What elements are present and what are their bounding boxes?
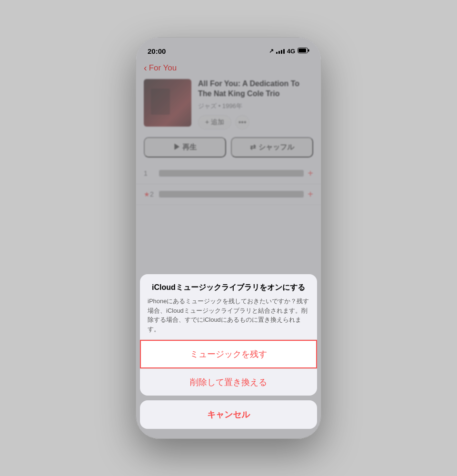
cancel-button[interactable]: キャンセル — [140, 400, 317, 429]
action-sheet-message: iPhoneにあるミュージックを残しておきたいですか？残す場合、iCloudミュ… — [148, 297, 309, 334]
keep-music-button[interactable]: ミュージックを残す — [140, 340, 317, 368]
action-sheet-container: iCloudミュージックライブラリをオンにする iPhoneにあるミュージックを… — [136, 274, 321, 438]
action-sheet-main: iCloudミュージックライブラリをオンにする iPhoneにあるミュージックを… — [140, 274, 317, 396]
phone-frame: 20:00 ↗ 4G ‹ For You — [136, 37, 321, 439]
action-sheet-cancel: キャンセル — [140, 400, 317, 429]
action-sheet-title-section: iCloudミュージックライブラリをオンにする iPhoneにあるミュージックを… — [140, 274, 317, 340]
delete-replace-button[interactable]: 削除して置き換える — [140, 368, 317, 396]
action-sheet-title: iCloudミュージックライブラリをオンにする — [148, 283, 309, 293]
